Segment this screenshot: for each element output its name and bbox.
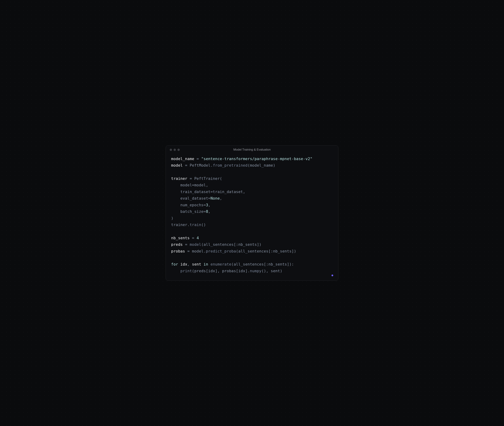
code-block[interactable]: model_name = "sentence-transformers/para… (166, 153, 338, 281)
tok: batch_size (181, 209, 203, 214)
tok (171, 190, 181, 194)
tok: = (183, 242, 190, 247)
tok: . (203, 249, 206, 253)
tok: all_sentences[:nb_sents] (203, 242, 259, 247)
tok-fn: from_pretrained (213, 163, 248, 168)
tok: ( (201, 242, 203, 247)
tok-fn: model (190, 242, 201, 247)
tok (171, 203, 181, 207)
tok: , (243, 190, 245, 194)
tok: ) (259, 242, 261, 247)
tok (171, 183, 181, 187)
tok: = (187, 176, 194, 181)
tok-fn: train (190, 222, 201, 227)
tok: model (194, 183, 206, 187)
tok: model_name (250, 163, 273, 168)
tok: ) (171, 216, 173, 220)
tok: ) (280, 269, 282, 273)
tok: all_sentences[:nb_sents] (234, 262, 289, 266)
tok: preds (171, 242, 183, 247)
tok (171, 269, 181, 273)
tok: trainer (171, 176, 187, 181)
tok: , (206, 183, 208, 187)
tok: model_name (171, 156, 194, 161)
tok: probas (171, 249, 185, 253)
tok: = (185, 249, 192, 253)
traffic-lights (170, 149, 180, 151)
tok-class: PeftModel (190, 163, 210, 168)
tok: . (210, 163, 213, 168)
tok-builtin: print (181, 269, 192, 273)
tok: ) (273, 163, 275, 168)
code-window: Model Training & Evaluation model_name =… (166, 145, 338, 281)
tok: , (217, 269, 222, 273)
tok-fn: predict_proba (206, 249, 236, 253)
tok: model (181, 183, 192, 187)
tok: ( (231, 262, 234, 266)
tok: = (194, 156, 201, 161)
tok: = (210, 190, 213, 194)
tok-builtin: enumerate (210, 262, 231, 266)
tok: , (208, 209, 210, 214)
tok-none: None (210, 196, 220, 200)
tok: = (203, 209, 206, 214)
tok: = (183, 163, 190, 168)
tok: probas[idx] (222, 269, 248, 273)
tok-num: 3 (206, 203, 208, 207)
tok: , (266, 269, 271, 273)
tok: ): (289, 262, 294, 266)
tok: nb_sents (171, 236, 190, 240)
tok: ( (236, 249, 238, 253)
tok: . (187, 222, 190, 227)
tok: = (190, 236, 196, 240)
tok: num_epochs (181, 203, 203, 207)
tok (171, 196, 181, 200)
tok: = (192, 183, 194, 187)
tok-string: "sentence-transformers/paraphrase-mpnet-… (201, 156, 312, 161)
tok: model (171, 163, 183, 168)
tok: . (248, 269, 250, 273)
tok: = (208, 196, 210, 200)
minimize-dot-icon[interactable] (174, 149, 176, 151)
tok-fn: numpy (250, 269, 261, 273)
tok: sent (192, 262, 203, 266)
tok: eval_dataset (181, 196, 208, 200)
tok: , (187, 262, 192, 266)
pulse-dot-icon (331, 275, 333, 276)
tok-kw: for (171, 262, 178, 266)
tok: () (201, 222, 206, 227)
titlebar: Model Training & Evaluation (166, 145, 338, 153)
tok (208, 262, 210, 266)
tok: sent (271, 269, 280, 273)
tok: , (220, 196, 222, 200)
tok-num: 4 (197, 236, 199, 240)
tok: () (261, 269, 266, 273)
tok: train_dataset (181, 190, 210, 194)
tok: all_sentences[:nb_sents] (238, 249, 294, 253)
tok (171, 209, 181, 214)
tok: , (208, 203, 210, 207)
tok: = (203, 203, 206, 207)
tok-class: PeftTrainer (194, 176, 220, 181)
window-title: Model Training & Evaluation (166, 148, 338, 151)
tok: model (192, 249, 203, 253)
tok: ) (294, 249, 296, 253)
tok: preds[idx] (194, 269, 217, 273)
tok-num: 8 (206, 209, 208, 214)
tok-kw: in (203, 262, 208, 266)
tok: trainer (171, 222, 187, 227)
tok: train_dataset (213, 190, 243, 194)
tok: idx (178, 262, 187, 266)
tok: ( (248, 163, 250, 168)
close-dot-icon[interactable] (170, 149, 172, 151)
tok: ( (220, 176, 222, 181)
maximize-dot-icon[interactable] (177, 149, 180, 151)
tok: ( (192, 269, 194, 273)
